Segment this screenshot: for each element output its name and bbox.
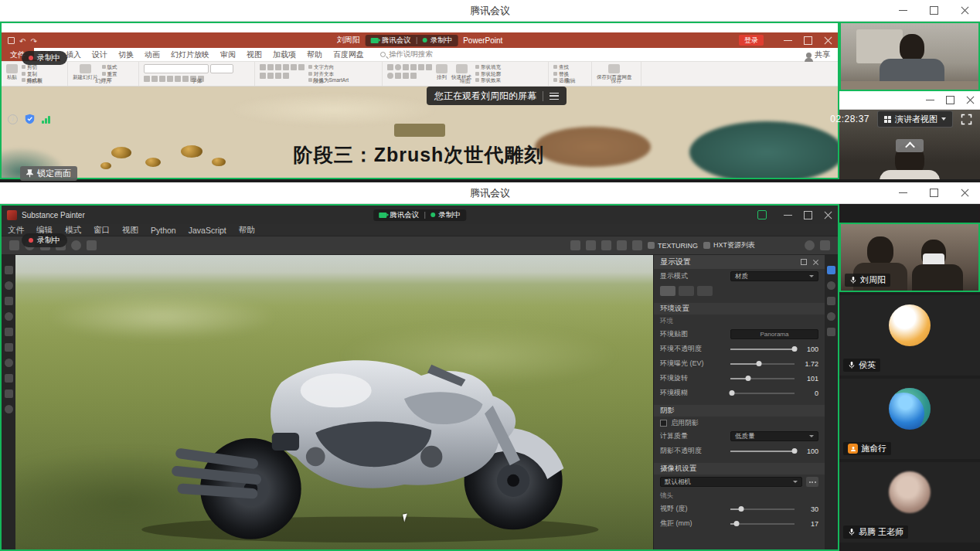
ppt-minimize-icon[interactable] xyxy=(778,32,798,48)
meeting-floating-bar[interactable]: 腾讯会议 录制中 xyxy=(366,35,458,46)
meeting-info-icon[interactable]: i xyxy=(8,114,18,124)
find-button[interactable]: 查找 xyxy=(553,64,569,70)
tab-design[interactable]: 设计 xyxy=(87,48,113,61)
ppt-close-icon[interactable] xyxy=(818,32,838,48)
participant-video[interactable]: 易腾 王老师 xyxy=(839,462,980,542)
font-name-box[interactable] xyxy=(144,64,209,73)
chat-icon[interactable] xyxy=(586,240,596,250)
undo-icon[interactable] xyxy=(19,33,26,47)
camera-tab-icon[interactable] xyxy=(679,286,694,296)
dock-icon[interactable] xyxy=(827,266,835,274)
participant-video[interactable]: 刘周阳 xyxy=(839,223,980,292)
sp-3d-viewport[interactable] xyxy=(15,255,653,549)
collapse-strip-button[interactable] xyxy=(896,139,924,152)
align-left-icon[interactable] xyxy=(298,64,305,70)
dock-icon[interactable] xyxy=(827,328,835,336)
environment-map-field[interactable]: Panorama xyxy=(730,329,818,339)
layout-button[interactable]: 版式 xyxy=(102,64,117,70)
menu-javascript[interactable]: JavaScript xyxy=(182,226,233,235)
video-icon[interactable] xyxy=(617,240,627,250)
maximize-icon[interactable] xyxy=(918,182,949,203)
shape-ellipse-icon[interactable] xyxy=(395,64,401,70)
sp-tool-icon[interactable] xyxy=(5,359,13,367)
dock-icon[interactable] xyxy=(827,312,835,321)
sp-maximize-icon[interactable] xyxy=(798,206,818,224)
numbering-icon[interactable] xyxy=(267,64,274,70)
close-icon[interactable] xyxy=(960,91,980,109)
sp-tool-icon[interactable] xyxy=(5,405,13,413)
recording-badge[interactable]: 录制中 xyxy=(22,51,67,65)
sp-tool-icon[interactable] xyxy=(87,240,97,250)
camera-dropdown[interactable]: 默认相机 xyxy=(660,477,802,487)
minimize-icon[interactable] xyxy=(920,91,940,109)
copy-button[interactable]: 复制 xyxy=(22,71,43,77)
participant-video[interactable] xyxy=(839,22,980,91)
network-signal-icon[interactable] xyxy=(42,115,50,124)
dock-icon[interactable] xyxy=(827,281,835,290)
shadow-opacity-slider[interactable] xyxy=(730,447,795,454)
ppt-login-button[interactable]: 登录 xyxy=(739,35,764,46)
environment-tab-icon[interactable] xyxy=(660,286,675,296)
sp-tool-icon[interactable] xyxy=(71,240,81,250)
meeting-floating-bar[interactable]: 腾讯会议 录制中 xyxy=(373,209,466,221)
camera-more-button[interactable] xyxy=(806,477,818,487)
line-spacing-icon[interactable] xyxy=(291,64,297,70)
sp-tool-icon[interactable] xyxy=(5,266,13,274)
tab-transitions[interactable]: 切换 xyxy=(113,48,139,61)
panel-close-icon[interactable] xyxy=(812,259,818,265)
refresh-icon[interactable] xyxy=(805,240,815,250)
sp-tool-icon[interactable] xyxy=(5,343,13,352)
sp-tool-icon[interactable] xyxy=(5,297,13,305)
sp-tool-icon[interactable] xyxy=(5,281,13,290)
focal-length-slider[interactable] xyxy=(730,520,795,527)
shape-arrow-icon[interactable] xyxy=(410,64,417,70)
pause-icon[interactable] xyxy=(570,240,580,250)
tab-slideshow[interactable]: 幻灯片放映 xyxy=(165,48,215,61)
shape-textbox-icon[interactable] xyxy=(418,64,424,70)
viewport-tab-icon[interactable] xyxy=(697,286,713,296)
close-icon[interactable] xyxy=(949,182,980,203)
video-panel-titlebar[interactable] xyxy=(839,91,980,110)
sp-tool-icon[interactable] xyxy=(5,374,13,383)
sp-tool-icon[interactable] xyxy=(5,328,13,336)
camera-icon[interactable] xyxy=(601,240,611,250)
shape-fill-button[interactable]: 形状填充 xyxy=(475,64,501,70)
hxt-resource-list-button[interactable]: HXT资源列表 xyxy=(703,240,755,250)
cut-button[interactable]: 剪切 xyxy=(22,64,43,70)
dock-icon[interactable] xyxy=(801,259,807,265)
tell-me-search[interactable]: 操作说明搜索 xyxy=(380,48,433,61)
tab-help[interactable]: 帮助 xyxy=(301,48,328,61)
shape-outline-button[interactable]: 形状轮廓 xyxy=(475,71,501,77)
dock-icon[interactable] xyxy=(827,297,835,305)
minimize-icon[interactable] xyxy=(887,182,918,203)
environment-blur-slider[interactable] xyxy=(730,389,795,396)
ppt-titlebar[interactable]: 刘周阳 腾讯会议 录制中 PowerPoint 登录 xyxy=(2,32,838,48)
environment-rotation-slider[interactable] xyxy=(730,375,795,382)
sp-titlebar[interactable]: Substance Painter 腾讯会议 录制中 xyxy=(2,206,838,224)
reset-button[interactable]: 重置 xyxy=(102,71,117,77)
decrease-indent-icon[interactable] xyxy=(275,64,281,70)
speaker-view-button[interactable]: 演讲者视图 xyxy=(877,111,953,128)
ppt-share-button[interactable]: 共享 xyxy=(806,48,830,62)
replace-button[interactable]: 替换 xyxy=(553,71,569,77)
window2-titlebar[interactable]: 腾讯会议 xyxy=(0,182,980,204)
close-icon[interactable] xyxy=(949,0,980,21)
ppt-maximize-icon[interactable] xyxy=(798,32,818,48)
font-size-box[interactable] xyxy=(210,64,233,73)
environment-opacity-slider[interactable] xyxy=(730,345,795,352)
sp-tool-icon[interactable] xyxy=(5,312,13,321)
menu-window[interactable]: 窗口 xyxy=(87,225,116,236)
participant-video[interactable]: 施俞行 xyxy=(839,379,980,459)
maximize-icon[interactable] xyxy=(918,0,949,21)
screen-icon[interactable] xyxy=(632,240,642,250)
menu-python[interactable]: Python xyxy=(145,226,182,235)
shadow-enable-checkbox[interactable] xyxy=(660,420,667,427)
menu-view[interactable]: 视图 xyxy=(116,225,145,236)
environment-exposure-slider[interactable] xyxy=(730,360,795,367)
text-direction-button[interactable]: 文字方向 xyxy=(308,64,349,70)
minimize-icon[interactable] xyxy=(887,0,918,21)
display-mode-dropdown[interactable]: 材质 xyxy=(730,271,818,281)
participant-video[interactable]: 侯英 xyxy=(839,295,980,376)
tab-view[interactable]: 视图 xyxy=(241,48,267,61)
sp-tool-icon[interactable] xyxy=(9,240,19,250)
